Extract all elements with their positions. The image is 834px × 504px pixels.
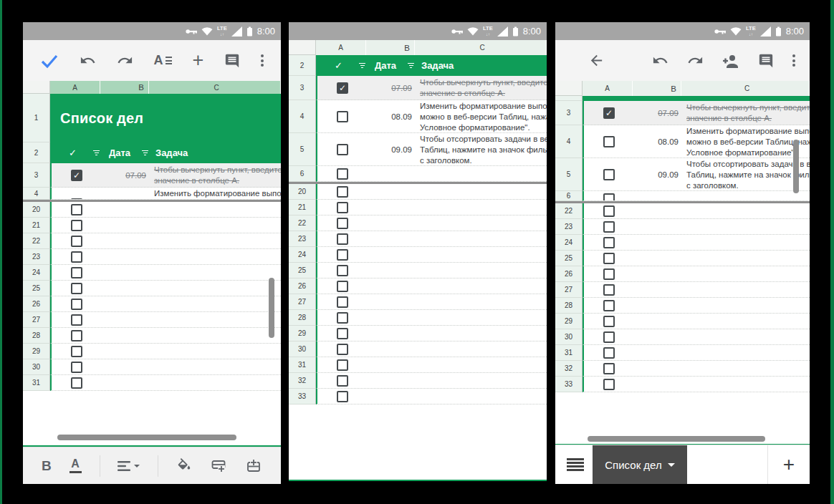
date-cell[interactable]: [368, 373, 416, 389]
column-header-a[interactable]: A: [50, 81, 100, 94]
row-cells[interactable]: 09.09Чтобы отсортировать задачи в веб-Та…: [316, 133, 547, 166]
row-cells[interactable]: [316, 200, 547, 215]
filter-icon[interactable]: [408, 62, 414, 69]
task-text-cell[interactable]: [150, 328, 281, 344]
checkbox-cell[interactable]: [52, 188, 102, 200]
date-cell[interactable]: [368, 247, 416, 263]
task-text-cell[interactable]: Изменить форматирование выполнможно в ве…: [683, 125, 810, 158]
horizontal-scrollbar[interactable]: [57, 435, 236, 440]
redo-icon[interactable]: [687, 52, 704, 69]
undo-icon[interactable]: [80, 52, 96, 69]
date-cell[interactable]: [102, 375, 150, 391]
checkbox-cell[interactable]: ✓: [52, 163, 102, 188]
row-number[interactable]: 30: [289, 341, 316, 357]
date-cell[interactable]: 08.09: [102, 188, 150, 200]
checkbox-cell[interactable]: [584, 203, 634, 219]
undo-icon[interactable]: [652, 52, 668, 69]
row-number[interactable]: [555, 96, 583, 101]
task-checkbox[interactable]: [71, 283, 82, 294]
checkbox-cell[interactable]: [317, 263, 368, 278]
task-text-cell[interactable]: [416, 263, 547, 278]
checkbox-cell[interactable]: [584, 298, 634, 314]
task-text-cell[interactable]: [683, 345, 810, 361]
task-checkbox[interactable]: [71, 220, 82, 231]
task-text-cell[interactable]: Чтобы отсортировать задачи в веб-Таблиц,…: [683, 158, 810, 191]
row-number[interactable]: 22: [23, 233, 50, 249]
row-cells[interactable]: [316, 263, 547, 278]
row-cells[interactable]: [583, 266, 810, 282]
row-number[interactable]: 25: [23, 281, 50, 296]
task-text-cell[interactable]: [416, 200, 547, 215]
row-cells[interactable]: ✓07.09Чтобы вычеркнуть пункт, введите лз…: [583, 101, 810, 125]
date-cell[interactable]: [368, 166, 416, 182]
column-header-b[interactable]: B: [100, 81, 149, 94]
sheets-list-menu-icon[interactable]: [555, 445, 593, 484]
row-cells[interactable]: [316, 278, 547, 294]
date-cell[interactable]: [634, 377, 683, 392]
row-cells[interactable]: ✓ДатаЗадача: [50, 142, 281, 163]
row-number[interactable]: 25: [289, 263, 316, 278]
task-checkbox[interactable]: [71, 267, 82, 278]
row-cells[interactable]: 08.09Изменить форматирование выполнможно…: [50, 188, 281, 200]
task-text-cell[interactable]: [416, 294, 547, 310]
checkbox-cell[interactable]: [52, 249, 102, 265]
task-text-cell[interactable]: Чтобы отсортировать задачи в веб-Таблиц,…: [416, 133, 547, 166]
task-checkbox[interactable]: [71, 198, 82, 200]
row-cells[interactable]: [316, 310, 547, 326]
date-cell[interactable]: [634, 203, 683, 219]
task-text-cell[interactable]: [683, 203, 810, 219]
task-checkbox[interactable]: [337, 296, 348, 308]
row-number[interactable]: 25: [555, 251, 583, 266]
header-date-cell[interactable]: Дата: [102, 142, 150, 163]
column-header-c[interactable]: C: [681, 81, 810, 96]
task-text-cell[interactable]: [683, 282, 810, 298]
task-checkbox[interactable]: [603, 237, 615, 248]
checkbox-cell[interactable]: [317, 357, 368, 373]
row-number[interactable]: 26: [555, 266, 583, 282]
row-number[interactable]: 1: [23, 94, 50, 142]
date-cell[interactable]: [368, 310, 416, 326]
task-checkbox-checked[interactable]: ✓: [337, 82, 348, 94]
row-number[interactable]: 31: [555, 345, 583, 361]
date-cell[interactable]: [634, 298, 683, 314]
row-number[interactable]: 4: [23, 188, 50, 200]
task-checkbox[interactable]: [337, 186, 348, 198]
date-cell[interactable]: [634, 361, 683, 377]
row-number[interactable]: 26: [289, 278, 316, 294]
date-cell[interactable]: 07.09: [102, 163, 150, 188]
task-text-cell[interactable]: [416, 389, 547, 404]
task-checkbox[interactable]: [337, 233, 348, 245]
comment-icon[interactable]: [224, 53, 240, 69]
task-text-cell[interactable]: [150, 344, 281, 359]
row-number[interactable]: 27: [289, 294, 316, 310]
task-text-cell[interactable]: [683, 191, 810, 201]
row-number[interactable]: 3: [23, 163, 50, 188]
task-text-cell[interactable]: [683, 235, 810, 251]
task-checkbox[interactable]: [337, 249, 348, 261]
grid-corner-cell[interactable]: [289, 40, 316, 55]
checkbox-cell[interactable]: [584, 377, 634, 392]
date-cell[interactable]: [102, 249, 150, 265]
row-number[interactable]: 27: [555, 282, 583, 298]
checkbox-cell[interactable]: [317, 231, 368, 247]
row-cells[interactable]: [583, 203, 810, 219]
task-checkbox[interactable]: [71, 314, 82, 326]
filter-icon[interactable]: [93, 149, 100, 157]
row-cells[interactable]: 08.09Изменить форматирование выполнможно…: [316, 100, 547, 133]
task-checkbox[interactable]: [603, 284, 615, 296]
insert-row-below-icon[interactable]: [210, 457, 227, 475]
date-cell[interactable]: [634, 314, 683, 329]
row-cells[interactable]: [316, 326, 547, 341]
date-cell[interactable]: [368, 231, 416, 247]
redo-icon[interactable]: [117, 52, 133, 69]
row-cells[interactable]: [50, 218, 281, 233]
header-check-cell[interactable]: ✓: [317, 55, 368, 76]
add-sheet-button[interactable]: +: [768, 445, 810, 484]
row-cells[interactable]: 09.09Чтобы отсортировать задачи в веб-Та…: [583, 158, 810, 191]
row-number[interactable]: 33: [289, 389, 316, 404]
row-number[interactable]: 29: [555, 314, 583, 329]
row-number[interactable]: 22: [289, 215, 316, 231]
row-number[interactable]: 29: [23, 344, 50, 359]
row-number[interactable]: 27: [23, 312, 50, 328]
row-cells[interactable]: ✓ДатаЗадача: [316, 55, 547, 76]
